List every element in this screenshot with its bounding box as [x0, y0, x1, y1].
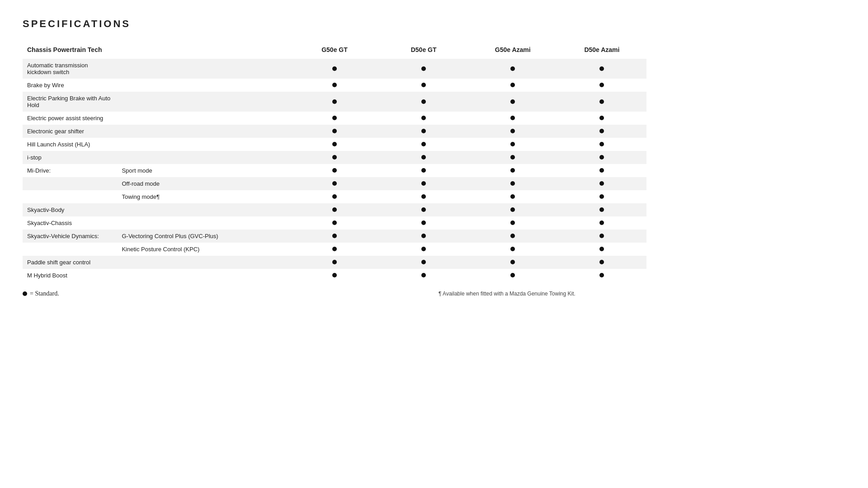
dot-cell-col3: [468, 203, 557, 216]
standard-dot-icon: [421, 116, 426, 120]
standard-dot-icon: [332, 83, 337, 87]
feature-main-cell: Paddle shift gear control: [23, 256, 117, 269]
standard-dot-icon: [510, 129, 515, 133]
feature-main-cell: [23, 243, 117, 256]
feature-main-cell: Electric Parking Brake with Auto Hold: [23, 92, 117, 112]
feature-main-cell: i-stop: [23, 151, 117, 164]
dot-cell-col1: [290, 125, 379, 138]
dot-cell-col3: [468, 164, 557, 177]
feature-sub-cell: [117, 138, 290, 151]
standard-dot-icon: [332, 66, 337, 71]
dot-cell-col2: [379, 164, 468, 177]
dot-cell-col3: [468, 138, 557, 151]
standard-dot-icon: [599, 181, 604, 186]
table-row: Towing mode¶: [23, 190, 646, 203]
dot-cell-col4: [557, 243, 646, 256]
dot-cell-col4: [557, 230, 646, 243]
standard-dot-icon: [421, 181, 426, 186]
standard-dot-icon: [332, 221, 337, 225]
dot-cell-col4: [557, 112, 646, 125]
dot-cell-col3: [468, 92, 557, 112]
dot-cell-col2: [379, 269, 468, 282]
dot-cell-col2: [379, 92, 468, 112]
dot-cell-col1: [290, 59, 379, 79]
standard-dot-icon: [332, 181, 337, 186]
standard-dot-icon: [421, 221, 426, 225]
standard-dot-icon: [510, 116, 515, 120]
standard-dot-icon: [599, 221, 604, 225]
standard-dot-icon: [599, 116, 604, 120]
standard-dot-icon: [599, 129, 604, 133]
table-row: Electric Parking Brake with Auto Hold: [23, 92, 646, 112]
dot-cell-col1: [290, 177, 379, 190]
dot-cell-col4: [557, 216, 646, 230]
dot-cell-col2: [379, 203, 468, 216]
dot-cell-col1: [290, 269, 379, 282]
standard-dot-icon: [599, 66, 604, 71]
standard-dot-icon: [421, 142, 426, 146]
table-row: Skyactiv-Body: [23, 203, 646, 216]
feature-sub-cell: [117, 112, 290, 125]
standard-dot-icon: [510, 83, 515, 87]
standard-dot-icon: [599, 168, 604, 173]
header-feature: Chassis Powertrain Tech: [23, 42, 290, 59]
table-row: Electric power assist steering: [23, 112, 646, 125]
standard-dot-icon: [599, 194, 604, 199]
dot-cell-col3: [468, 79, 557, 92]
standard-dot-icon: [421, 155, 426, 160]
table-row: Off-road mode: [23, 177, 646, 190]
feature-sub-cell: Off-road mode: [117, 177, 290, 190]
header-col-2: D50e GT: [379, 42, 468, 59]
standard-dot-icon: [510, 142, 515, 146]
feature-main-cell: Electronic gear shifter: [23, 125, 117, 138]
feature-sub-cell: G-Vectoring Control Plus (GVC-Plus): [117, 230, 290, 243]
feature-main-cell: Skyactiv-Vehicle Dynamics:: [23, 230, 117, 243]
standard-dot-icon: [332, 247, 337, 251]
feature-main-cell: M Hybrid Boost: [23, 269, 117, 282]
dot-cell-col1: [290, 256, 379, 269]
feature-sub-cell: [117, 92, 290, 112]
standard-dot-icon: [510, 207, 515, 212]
standard-dot-icon: [510, 194, 515, 199]
feature-main-cell: Automatic transmission kickdown switch: [23, 59, 117, 79]
dot-cell-col1: [290, 112, 379, 125]
feature-sub-cell: [117, 269, 290, 282]
standard-dot-icon: [421, 66, 426, 71]
table-row: Kinetic Posture Control (KPC): [23, 243, 646, 256]
dot-cell-col4: [557, 203, 646, 216]
dot-cell-col4: [557, 59, 646, 79]
dot-cell-col3: [468, 216, 557, 230]
footnote-text: ¶ Available when fitted with a Mazda Gen…: [439, 291, 576, 297]
standard-dot-icon: [332, 260, 337, 264]
dot-cell-col2: [379, 243, 468, 256]
standard-dot-icon: [599, 99, 604, 104]
dot-cell-col3: [468, 269, 557, 282]
feature-sub-cell: [117, 125, 290, 138]
spec-table: Chassis Powertrain Tech G50e GT D50e GT …: [23, 42, 646, 282]
standard-dot-icon: [510, 260, 515, 264]
standard-dot-icon: [599, 234, 604, 238]
header-col-1: G50e GT: [290, 42, 379, 59]
standard-dot-icon: [510, 99, 515, 104]
table-row: Skyactiv-Vehicle Dynamics:G-Vectoring Co…: [23, 230, 646, 243]
table-row: Hill Launch Assist (HLA): [23, 138, 646, 151]
standard-dot-icon: [599, 83, 604, 87]
dot-cell-col1: [290, 216, 379, 230]
standard-dot-icon: [599, 247, 604, 251]
feature-sub-cell: Towing mode¶: [117, 190, 290, 203]
standard-dot-icon: [599, 273, 604, 277]
feature-main-cell: Skyactiv-Chassis: [23, 216, 117, 230]
dot-cell-col1: [290, 230, 379, 243]
standard-dot-icon: [510, 155, 515, 160]
dot-cell-col2: [379, 216, 468, 230]
table-row: Paddle shift gear control: [23, 256, 646, 269]
legend-left: = Standard.: [23, 290, 231, 297]
table-row: i-stop: [23, 151, 646, 164]
dot-cell-col4: [557, 92, 646, 112]
table-row: Automatic transmission kickdown switch: [23, 59, 646, 79]
dot-cell-col3: [468, 112, 557, 125]
feature-main-cell: [23, 190, 117, 203]
legend-text: = Standard.: [30, 290, 59, 297]
standard-dot-icon: [510, 181, 515, 186]
dot-cell-col3: [468, 230, 557, 243]
